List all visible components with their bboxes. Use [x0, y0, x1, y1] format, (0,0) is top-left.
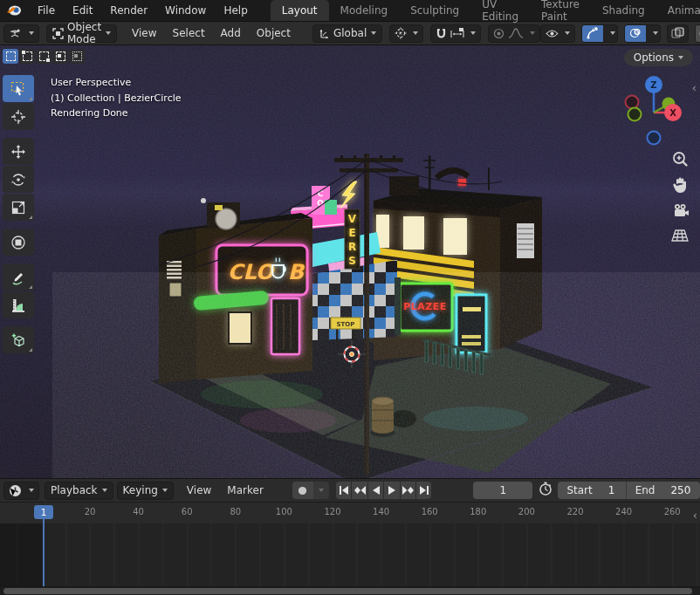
xray-icon: [671, 27, 684, 39]
scale-tool-icon: [10, 200, 26, 215]
editor-type-selector[interactable]: [3, 24, 39, 43]
timeline-ruler[interactable]: 20 40 60 80 100 120 140 160 180 200 220 …: [0, 502, 700, 523]
transform-orientation-selector[interactable]: Global: [312, 24, 382, 43]
tool-move[interactable]: [3, 138, 34, 165]
clock-icon: [9, 484, 22, 497]
ruler-tick: 60: [182, 507, 193, 516]
tab-sculpting[interactable]: Sculpting: [399, 0, 470, 21]
jump-to-start-button[interactable]: [336, 482, 351, 499]
playhead[interactable]: [43, 523, 45, 586]
start-label: Start: [566, 484, 592, 496]
end-frame-field[interactable]: End 250: [626, 482, 700, 499]
menu-edit[interactable]: Edit: [64, 0, 101, 21]
menu-window[interactable]: Window: [156, 0, 215, 21]
snap-controls[interactable]: [430, 24, 481, 43]
axis-neg-y[interactable]: [628, 108, 642, 121]
ruler-tick: 200: [518, 507, 535, 516]
select-mode-intersect[interactable]: [69, 49, 85, 64]
3d-viewport[interactable]: PLAZEE C O: [0, 45, 700, 478]
axis-neg-z[interactable]: [648, 132, 661, 145]
options-button[interactable]: Options: [624, 49, 693, 66]
play-reverse-icon: [372, 486, 381, 495]
play-reverse-button[interactable]: [368, 482, 383, 499]
tab-layout[interactable]: Layout: [271, 0, 329, 21]
start-frame-field[interactable]: Start 1: [558, 482, 625, 499]
tool-select-box[interactable]: [3, 75, 34, 102]
ruler-tick: 120: [324, 507, 340, 516]
annotate-tool-icon: [10, 270, 26, 285]
menu-help[interactable]: Help: [215, 0, 256, 21]
measure-tool-icon: [10, 298, 26, 313]
stopwatch-icon[interactable]: [539, 482, 552, 499]
current-frame-field[interactable]: 1: [473, 482, 532, 499]
tool-rotate[interactable]: [3, 166, 34, 193]
menu-object[interactable]: Object: [249, 27, 299, 39]
overlays-toggle-group: [624, 24, 661, 43]
viewport-overlay-text: User Perspective (1) Collection | Bezier…: [51, 75, 182, 121]
tool-transform[interactable]: [3, 229, 34, 256]
select-mode-extend[interactable]: [19, 49, 35, 64]
menu-file[interactable]: File: [29, 0, 64, 21]
jump-to-end-button[interactable]: [416, 482, 431, 499]
gizmos-dropdown[interactable]: [603, 25, 617, 42]
horizontal-scrollbar[interactable]: [3, 588, 692, 594]
shading-wireframe[interactable]: [696, 25, 700, 42]
axis-gizmo[interactable]: Z X: [621, 74, 691, 154]
tool-add-cube[interactable]: [3, 326, 34, 353]
next-keyframe-button[interactable]: [401, 482, 415, 499]
select-subtract-icon: [39, 51, 49, 61]
object-mode-icon: [52, 28, 64, 39]
gizmos-toggle[interactable]: [582, 25, 603, 42]
ortho-grid-icon[interactable]: [670, 226, 690, 245]
blender-logo-icon[interactable]: [0, 0, 29, 21]
proportional-editing[interactable]: [488, 24, 540, 43]
ruler-tick: 100: [276, 507, 292, 516]
play-button[interactable]: [384, 482, 399, 499]
timeline-editor-selector[interactable]: [3, 482, 39, 500]
sidebar-collapse-icon[interactable]: ‹: [692, 82, 697, 93]
axis-neg-x[interactable]: [626, 96, 639, 109]
object-visibility-selector[interactable]: [540, 24, 575, 43]
tab-animation[interactable]: Animation: [656, 0, 700, 21]
timeline-header: Playback Keying View Marker 1 Start 1 En…: [0, 478, 700, 502]
viewport-header: Object Mode View Select Add Object Globa…: [0, 22, 700, 45]
camera-view-icon[interactable]: [670, 201, 690, 220]
playback-menu[interactable]: Playback: [45, 482, 113, 500]
tab-uv-editing[interactable]: UV Editing: [470, 0, 530, 21]
select-mode-new[interactable]: [3, 49, 18, 64]
next-keyframe-icon: [402, 486, 414, 495]
xray-toggle[interactable]: [667, 24, 689, 43]
menu-render[interactable]: Render: [101, 0, 156, 21]
prev-keyframe-button[interactable]: [352, 482, 367, 499]
record-dropdown[interactable]: [313, 482, 329, 499]
timeline-marker-menu[interactable]: Marker: [219, 484, 271, 496]
tool-cursor[interactable]: [3, 103, 34, 130]
orientation-axes-icon: [319, 28, 330, 39]
current-frame-badge[interactable]: 1: [34, 505, 53, 519]
keying-menu[interactable]: Keying: [117, 482, 174, 500]
zoom-icon[interactable]: [670, 150, 690, 169]
select-mode-invert[interactable]: [52, 49, 68, 64]
overlays-dropdown[interactable]: [646, 25, 660, 42]
timeline-collapse-icon[interactable]: ‹: [693, 510, 697, 521]
tool-annotate[interactable]: [3, 263, 34, 291]
active-object-text: (1) Collection | BezierCircle: [51, 91, 182, 106]
mode-selector[interactable]: Object Mode: [46, 24, 117, 43]
tab-texture-paint[interactable]: Texture Paint: [530, 0, 591, 21]
select-mode-subtract[interactable]: [36, 49, 51, 64]
transform-tool-icon: [10, 235, 26, 250]
menu-view[interactable]: View: [124, 27, 164, 39]
pivot-point-selector[interactable]: [389, 24, 423, 43]
pan-hand-icon[interactable]: [670, 175, 690, 195]
tool-measure[interactable]: [3, 291, 34, 318]
overlays-toggle[interactable]: [625, 25, 646, 42]
tab-modeling[interactable]: Modeling: [329, 0, 400, 21]
timeline-tracks[interactable]: [0, 523, 700, 586]
record-button[interactable]: [292, 482, 313, 499]
menu-select[interactable]: Select: [165, 27, 213, 39]
topbar: File Edit Render Window Help Layout Mode…: [0, 0, 700, 22]
tool-scale[interactable]: [3, 194, 34, 221]
timeline-view-menu[interactable]: View: [179, 484, 219, 496]
menu-add[interactable]: Add: [213, 27, 249, 39]
tab-shading[interactable]: Shading: [591, 0, 656, 21]
